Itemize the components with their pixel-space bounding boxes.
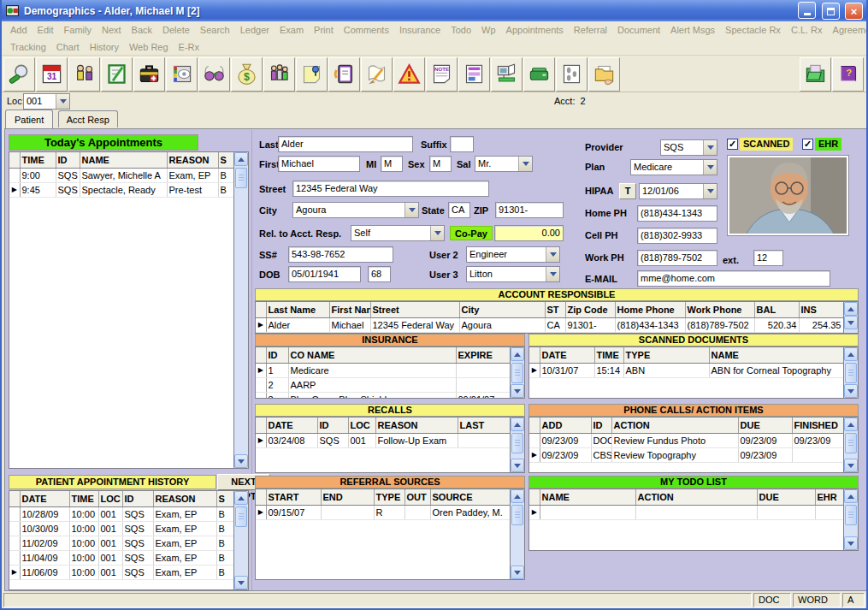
chevron-down-icon[interactable] (518, 157, 532, 171)
scroll-thumb[interactable] (845, 505, 857, 525)
menu-item-next[interactable]: Next (97, 25, 127, 35)
patient-greeting-button[interactable] (68, 57, 100, 92)
table-row[interactable]: 11/04/0910:00001SQSExam, EPB (9, 550, 233, 565)
scanned-documents-scrollbar[interactable] (843, 347, 858, 398)
scroll-down-button[interactable] (844, 459, 858, 472)
folder-hand-button[interactable] (588, 57, 620, 92)
todo-list-table[interactable]: NAMEACTIONDUEEHR▶ (529, 489, 843, 550)
referral-sources-scrollbar[interactable] (510, 489, 524, 579)
menu-item-add[interactable]: Add (5, 25, 32, 35)
appointments-scrollbar[interactable] (233, 152, 248, 468)
table-row[interactable]: ▶10/31/0715:14ABNABN for Corneal Topogra… (529, 363, 843, 377)
account-responsible-table[interactable]: Last NameFirst NanStreetCitySTZip CodeHo… (256, 302, 843, 333)
home-ph-field[interactable]: (818)434-1343 (637, 205, 717, 222)
ext-field[interactable]: 12 (753, 250, 783, 266)
user2-select[interactable]: Engineer (466, 246, 560, 263)
table-row[interactable]: ▶1Medicare (256, 363, 510, 377)
city-select[interactable]: Agoura (292, 202, 419, 218)
referral-sources-table[interactable]: STARTENDTYPEOUTSOURCE▶09/15/07ROren Padd… (256, 489, 510, 579)
scroll-up-button[interactable] (844, 347, 858, 361)
state-field[interactable]: CA (448, 202, 470, 218)
ehr-checkbox[interactable]: ✓ (802, 139, 813, 150)
menu-item-document[interactable]: Document (612, 25, 665, 35)
sal-select[interactable]: Mr. (475, 156, 533, 172)
dob-field[interactable]: 05/01/1941 (288, 266, 361, 282)
pinned-note-button[interactable] (296, 57, 328, 92)
scroll-down-button[interactable] (234, 576, 248, 589)
chevron-down-icon[interactable] (546, 267, 559, 281)
menu-item-chart[interactable]: Chart (51, 42, 85, 52)
mi-field[interactable]: M (381, 156, 403, 172)
scroll-up-button[interactable] (844, 489, 858, 503)
zip-field[interactable]: 91301- (495, 202, 564, 218)
plan-select[interactable]: Medicare (630, 159, 717, 175)
table-row[interactable]: 3Blue Cross Blue Shield09/01/07 (256, 392, 510, 398)
scroll-track[interactable] (511, 361, 524, 384)
table-row[interactable]: 9:00SQSSawyer, Michelle AExam, EPB (9, 168, 233, 182)
scroll-down-button[interactable] (511, 384, 524, 398)
table-row[interactable]: ▶03/24/08SQS001Follow-Up Exam (256, 433, 510, 447)
chevron-down-icon[interactable] (703, 184, 717, 198)
search-button[interactable] (3, 57, 35, 92)
menu-item-ledger[interactable]: Ledger (235, 25, 275, 35)
exam-pad-button[interactable] (101, 57, 133, 92)
scroll-up-button[interactable] (844, 302, 858, 316)
chevron-down-icon[interactable] (546, 247, 559, 262)
recalls-table[interactable]: DATEIDLOCREASONLAST▶03/24/08SQS001Follow… (256, 418, 510, 472)
hipaa-t-button[interactable]: T (619, 183, 636, 199)
table-row[interactable]: ▶AlderMichael12345 Federal WayAgouraCA91… (256, 317, 843, 332)
vision-screen-button[interactable] (166, 57, 198, 92)
menu-item-c-l-rx[interactable]: C.L. Rx (786, 25, 828, 35)
chevron-down-icon[interactable] (56, 94, 69, 109)
chevron-down-icon[interactable] (703, 140, 717, 155)
provider-select[interactable]: SQS (660, 139, 717, 156)
insurance-scrollbar[interactable] (510, 347, 524, 398)
table-row[interactable]: 09/23/09DOCReview Fundus Photo09/23/0909… (529, 433, 843, 447)
menu-item-comments[interactable]: Comments (339, 25, 394, 35)
scroll-down-button[interactable] (511, 566, 524, 579)
chevron-down-icon[interactable] (430, 226, 444, 240)
phone-calls-scrollbar[interactable] (843, 418, 858, 472)
hipaa-date-select[interactable]: 12/01/06 (639, 183, 717, 199)
co-pay-field[interactable]: 0.00 (494, 225, 564, 241)
user3-select[interactable]: Litton (466, 266, 560, 282)
table-row[interactable]: ▶09/15/07ROren Paddey, M. (256, 505, 510, 519)
scroll-track[interactable] (511, 503, 524, 566)
family-group-button[interactable] (263, 57, 295, 92)
menu-item-edit[interactable]: Edit (32, 25, 59, 35)
work-ph-field[interactable]: (818)789-7502 (637, 250, 717, 266)
menu-item-delete[interactable]: Delete (157, 25, 195, 35)
account-responsible-scrollbar[interactable] (843, 302, 858, 333)
menu-item-tracking[interactable]: Tracking (5, 42, 51, 52)
insurance-table[interactable]: IDCO NAMEEXPIRE▶1Medicare2AARP3Blue Cros… (256, 347, 510, 398)
ssn-field[interactable]: 543-98-7652 (288, 246, 393, 263)
street-field[interactable]: 12345 Federal Way (292, 181, 489, 197)
notepad-button[interactable]: NOTE (426, 57, 458, 92)
todays-appointments-table[interactable]: TIMEIDNAMEREASONS9:00SQSSawyer, Michelle… (9, 152, 233, 468)
scroll-thumb[interactable] (235, 506, 247, 527)
referral-pen-button[interactable] (361, 57, 393, 92)
appointment-history-scrollbar[interactable] (233, 491, 248, 589)
reports-folder-button[interactable] (800, 57, 831, 92)
sex-field[interactable]: M (429, 156, 452, 172)
scroll-down-button[interactable] (844, 384, 858, 398)
document-button[interactable] (458, 57, 490, 92)
scanned-checkbox[interactable]: ✓ (727, 139, 738, 150)
maximize-button[interactable] (822, 3, 840, 20)
spectacles-button[interactable] (198, 57, 230, 92)
table-row[interactable]: ▶9:45SQSSpectacle, ReadyPre-testB (9, 182, 233, 197)
menu-item-alert-msgs[interactable]: Alert Msgs (665, 25, 720, 35)
table-row[interactable]: 2AARP (256, 377, 510, 392)
medical-bag-button[interactable] (133, 57, 165, 92)
recalls-scrollbar[interactable] (510, 418, 524, 472)
menu-item-spectacle-rx[interactable]: Spectacle Rx (720, 25, 786, 35)
card-machine-button[interactable] (523, 57, 555, 92)
menu-item-e-rx[interactable]: E-Rx (174, 42, 204, 52)
first-name-field[interactable]: Michael (278, 156, 360, 172)
organizer-button[interactable] (328, 57, 360, 92)
phone-calls-table[interactable]: ADDIDACTIONDUEFINISHED09/23/09DOCReview … (529, 418, 843, 472)
network-button[interactable] (491, 57, 523, 92)
tab-patient[interactable]: Patient (5, 110, 53, 128)
scroll-track[interactable] (844, 503, 858, 536)
close-button[interactable]: × (845, 3, 863, 20)
